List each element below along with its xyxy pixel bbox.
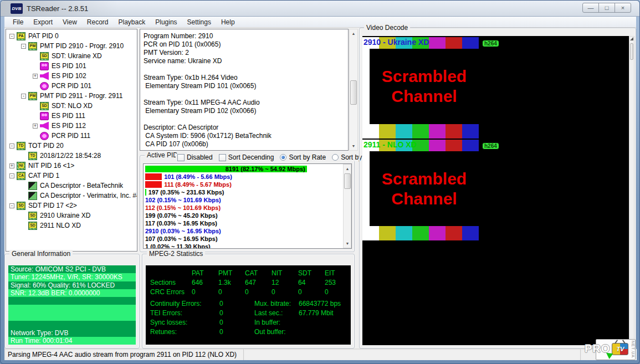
tree-item[interactable]: - CA CAT PID 1 (6, 171, 137, 181)
menu-item[interactable]: Record (82, 17, 114, 27)
checkbox-icon[interactable] (219, 154, 226, 161)
stats-value (299, 327, 351, 336)
video-stream-icon (40, 112, 49, 120)
menu-item[interactable]: Help (216, 17, 240, 27)
pid-row[interactable]: 102 (0.15% ~ 101.69 Kbps) (145, 196, 342, 204)
menu-item[interactable]: View (58, 17, 82, 27)
tree-expander-icon[interactable]: + (33, 124, 38, 129)
tree-item[interactable]: PCR PID 101 (6, 81, 137, 91)
close-button[interactable]: × (615, 3, 631, 13)
stats-value: 67.779 Mbit (299, 309, 351, 317)
pid-rate-label: 101 (8.49% - 5.66 Mbps) (164, 173, 232, 180)
pid-row[interactable]: 8191 (82.17% ~ 54.92 Mbps) (145, 165, 342, 173)
scroll-down-icon[interactable] (350, 142, 357, 150)
tree-item[interactable]: PCR PID 111 (6, 131, 137, 141)
tree-item[interactable]: SD SDT: NLO XD (6, 101, 137, 111)
tree-expander-icon[interactable]: - (9, 34, 14, 39)
title-bar[interactable]: DVB TSReader -- 2.8.51 — □ × (1, 1, 639, 17)
radio-icon[interactable] (332, 154, 339, 161)
scroll-down-icon[interactable] (344, 239, 351, 248)
tree-item[interactable]: ES PID 101 (6, 61, 137, 71)
pid-rate-bar (145, 181, 162, 188)
tree-item[interactable]: - PM PMT PID 2910 - Progr. 2910 (6, 41, 137, 51)
video-display[interactable]: Scrambled Channel 2910 - Ukraine XD h264… (362, 36, 629, 345)
tree-item[interactable]: SD 2911 NLO XD (6, 221, 137, 230)
pid-row[interactable]: 101 (8.49% - 5.66 Mbps) (145, 173, 342, 181)
tree-expander-icon[interactable]: - (9, 203, 14, 208)
window-title: TSReader -- 2.8.51 (27, 4, 88, 13)
tree-item[interactable]: CA Descriptor - Verimatrix, Inc. #4 (6, 191, 137, 201)
sort-by-rate-radio[interactable]: Sort by Rate (280, 153, 326, 161)
maximize-button[interactable]: □ (598, 3, 615, 13)
tree-item-label: CAT PID 1 (28, 172, 59, 180)
tree-expander-icon[interactable]: + (33, 74, 38, 79)
stats-row-label: Mux. bitrate: (254, 299, 299, 308)
video-preview-2911[interactable]: Scrambled Channel 2911 - NLO XD h264 (362, 139, 629, 240)
disabled-checkbox-label: Disabled (187, 153, 213, 161)
ca-descriptor-icon (28, 192, 37, 200)
radio-icon[interactable] (280, 154, 286, 161)
video-preview-2910[interactable]: Scrambled Channel 2910 - Ukraine XD h264 (362, 37, 629, 139)
tree-item[interactable]: - PA PAT PID 0 (6, 31, 137, 41)
tree-item[interactable]: SD SDT: Ukraine XD (6, 51, 137, 61)
scrambled-overlay: Scrambled Channel (370, 151, 479, 226)
icon-letters: TD (29, 153, 36, 158)
program-info-line: Stream Type: 0x11 MPEG-4 AAC Audio (144, 99, 345, 107)
tree-item-label: 2911 NLO XD (40, 222, 81, 229)
pid-row[interactable]: 107 (0.03% ~ 16.95 Kbps) (145, 235, 342, 243)
checkbox-icon[interactable] (177, 154, 185, 161)
tree-item[interactable]: ES PID 111 (6, 111, 137, 121)
tree-expander-icon[interactable]: + (9, 163, 14, 168)
tree-item-label: 2018/12/22 18:54:28 (40, 152, 101, 160)
sort-descending-checkbox[interactable]: Sort Decending (219, 153, 274, 161)
pid-tree[interactable]: - PA PAT PID 0 - PM PMT PID 2910 - Progr… (6, 29, 137, 252)
scroll-up-icon[interactable] (344, 165, 351, 173)
pid-list-scrollbar[interactable] (343, 164, 351, 248)
disabled-checkbox[interactable]: Disabled (177, 153, 213, 161)
stats-table: PATPMTCATNITSDTEITSections6461.3k6471264… (150, 269, 351, 296)
tree-item[interactable]: SD 2910 Ukraine XD (6, 211, 137, 221)
tree-item[interactable]: - SD SDT PID 17 <2> (6, 201, 137, 211)
menu-item[interactable]: Plugins (150, 17, 182, 27)
pcr-clock-icon (40, 82, 49, 90)
program-info-line: Stream Type: 0x1b H.264 Video (144, 74, 345, 82)
tree-expander-icon[interactable]: - (9, 173, 14, 178)
scroll-up-icon[interactable] (350, 29, 357, 38)
pid-row[interactable]: 1 (0.02% ~ 11.30 Kbps) (145, 243, 342, 249)
tree-item[interactable]: TD 2018/12/22 18:54:28 (6, 151, 137, 161)
icon-letters: SD (17, 203, 25, 208)
tree-item[interactable]: - PM PMT PID 2911 - Progr. 2911 (6, 91, 137, 101)
pid-row[interactable]: 112 (0.15% ~ 101.69 Kbps) (145, 204, 342, 212)
menu-item[interactable]: Playback (114, 17, 151, 27)
tree-expander-icon[interactable]: - (9, 143, 14, 148)
tree-item[interactable]: CA Descriptor - BetaTechnik (6, 181, 137, 191)
tree-item[interactable]: - TD TOT PID 20 (6, 141, 137, 151)
menu-item[interactable]: File (8, 17, 28, 27)
scroll-thumb[interactable] (350, 80, 357, 105)
pid-rate-list[interactable]: 8191 (82.17% ~ 54.92 Mbps) 101 (8.49% - … (143, 163, 352, 249)
tree-expander-icon[interactable]: - (21, 94, 26, 99)
tree-item[interactable]: + ES PID 102 (6, 71, 137, 81)
menu-item[interactable]: Settings (182, 17, 216, 27)
nit-table-icon: NI (17, 162, 25, 170)
program-info-text[interactable]: Program Number: 2910 PCR on PID 101 (0x0… (140, 29, 349, 151)
scroll-thumb[interactable] (344, 173, 351, 189)
stats-row-label: Out buffer: (254, 327, 299, 336)
tree-item[interactable]: + ES PID 112 (6, 121, 137, 131)
program-info-scrollbar[interactable] (349, 29, 358, 151)
menu-item[interactable]: Export (28, 17, 58, 27)
pid-row[interactable]: 111 (8.49% - 5.67 Mbps) (145, 181, 342, 188)
pid-row[interactable]: 197 (0.35% ~ 231.63 Kbps) (145, 188, 342, 196)
minimize-button[interactable]: — (582, 3, 599, 13)
protv-logo: NET.UA PRO TV (583, 338, 636, 361)
scroll-thumb[interactable] (630, 43, 633, 60)
scrambled-text-line2: Channel (391, 189, 457, 209)
pid-row[interactable]: 117 (0.03% ~ 16.95 Kbps) (145, 219, 342, 227)
stats-value: 0 (218, 288, 245, 296)
stats-group: MPEG-2 Statistics PATPMTCATNITSDTEITSect… (142, 254, 355, 348)
video-scrollbar[interactable] (629, 36, 634, 345)
pid-row[interactable]: 2910 (0.03% ~ 16.95 Kbps) (145, 227, 342, 235)
pid-row[interactable]: 199 (0.07% ~ 45.20 Kbps) (145, 212, 342, 219)
tree-item[interactable]: + NI NIT PID 16 <1> (6, 161, 137, 171)
tree-expander-icon[interactable]: - (21, 44, 26, 49)
